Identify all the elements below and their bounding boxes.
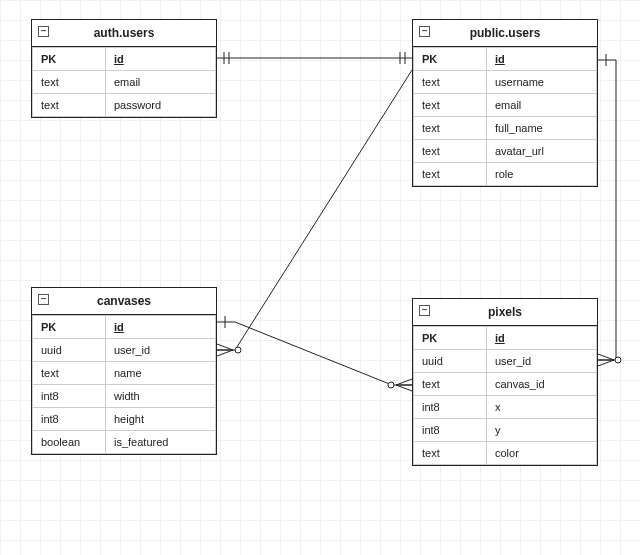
svg-point-1: [388, 382, 394, 388]
column-row: int8height: [33, 408, 216, 431]
rel-auth-public: [217, 52, 412, 64]
column-name: password: [106, 94, 216, 117]
column-row: textfull_name: [414, 117, 597, 140]
column-name: email: [106, 71, 216, 94]
column-type: text: [414, 94, 487, 117]
pk-row: PKid: [33, 316, 216, 339]
column-type: text: [414, 117, 487, 140]
entity-columns: PKiduuiduser_idtextnameint8widthint8heig…: [32, 315, 216, 454]
collapse-icon[interactable]: –: [38, 294, 49, 305]
pk-row: PKid: [414, 327, 597, 350]
entity-title-text: pixels: [488, 305, 522, 319]
column-name: role: [487, 163, 597, 186]
column-name: color: [487, 442, 597, 465]
entity-title[interactable]: –canvases: [32, 288, 216, 315]
column-row: textname: [33, 362, 216, 385]
column-type: int8: [414, 419, 487, 442]
column-name: width: [106, 385, 216, 408]
entity-pixels[interactable]: –pixelsPKiduuiduser_idtextcanvas_idint8x…: [412, 298, 598, 466]
rel-public-canvases: [217, 70, 412, 356]
pk-row: PKid: [33, 48, 216, 71]
pk-field: id: [487, 48, 597, 71]
rel-canvases-pixels: [217, 316, 412, 391]
column-row: textcolor: [414, 442, 597, 465]
pk-field: id: [487, 327, 597, 350]
column-name: name: [106, 362, 216, 385]
column-name: email: [487, 94, 597, 117]
entity-columns: PKidtextusernametextemailtextfull_namete…: [413, 47, 597, 186]
svg-point-2: [615, 357, 621, 363]
entity-columns: PKidtextemailtextpassword: [32, 47, 216, 117]
column-type: int8: [33, 408, 106, 431]
column-name: username: [487, 71, 597, 94]
svg-point-0: [235, 347, 241, 353]
column-name: y: [487, 419, 597, 442]
column-type: text: [414, 442, 487, 465]
column-row: int8width: [33, 385, 216, 408]
column-type: text: [33, 362, 106, 385]
pk-field: id: [106, 48, 216, 71]
column-name: user_id: [487, 350, 597, 373]
column-type: text: [33, 71, 106, 94]
column-row: textrole: [414, 163, 597, 186]
column-name: canvas_id: [487, 373, 597, 396]
collapse-icon[interactable]: –: [419, 26, 430, 37]
column-type: text: [33, 94, 106, 117]
collapse-icon[interactable]: –: [419, 305, 430, 316]
column-name: full_name: [487, 117, 597, 140]
collapse-icon[interactable]: –: [38, 26, 49, 37]
column-type: text: [414, 140, 487, 163]
column-name: x: [487, 396, 597, 419]
entity-title[interactable]: –pixels: [413, 299, 597, 326]
entity-title-text: canvases: [97, 294, 151, 308]
column-name: is_featured: [106, 431, 216, 454]
column-type: uuid: [33, 339, 106, 362]
column-row: textpassword: [33, 94, 216, 117]
entity-title-text: public.users: [470, 26, 541, 40]
pk-label: PK: [33, 48, 106, 71]
column-type: int8: [33, 385, 106, 408]
column-row: textcanvas_id: [414, 373, 597, 396]
pk-label: PK: [414, 327, 487, 350]
column-type: uuid: [414, 350, 487, 373]
column-row: uuiduser_id: [33, 339, 216, 362]
entity-title[interactable]: –auth.users: [32, 20, 216, 47]
column-name: user_id: [106, 339, 216, 362]
column-row: booleanis_featured: [33, 431, 216, 454]
entity-columns: PKiduuiduser_idtextcanvas_idint8xint8yte…: [413, 326, 597, 465]
column-row: textemail: [33, 71, 216, 94]
column-row: int8x: [414, 396, 597, 419]
column-type: text: [414, 373, 487, 396]
column-row: textemail: [414, 94, 597, 117]
column-row: textavatar_url: [414, 140, 597, 163]
pk-row: PKid: [414, 48, 597, 71]
entity-canvases[interactable]: –canvasesPKiduuiduser_idtextnameint8widt…: [31, 287, 217, 455]
column-type: boolean: [33, 431, 106, 454]
entity-title-text: auth.users: [94, 26, 155, 40]
entity-auth_users[interactable]: –auth.usersPKidtextemailtextpassword: [31, 19, 217, 118]
column-type: int8: [414, 396, 487, 419]
column-type: text: [414, 163, 487, 186]
column-type: text: [414, 71, 487, 94]
column-name: avatar_url: [487, 140, 597, 163]
entity-title[interactable]: –public.users: [413, 20, 597, 47]
column-row: textusername: [414, 71, 597, 94]
column-row: int8y: [414, 419, 597, 442]
column-row: uuiduser_id: [414, 350, 597, 373]
column-name: height: [106, 408, 216, 431]
rel-public-pixels: [598, 54, 621, 366]
pk-label: PK: [414, 48, 487, 71]
entity-public_users[interactable]: –public.usersPKidtextusernametextemailte…: [412, 19, 598, 187]
pk-field: id: [106, 316, 216, 339]
pk-label: PK: [33, 316, 106, 339]
